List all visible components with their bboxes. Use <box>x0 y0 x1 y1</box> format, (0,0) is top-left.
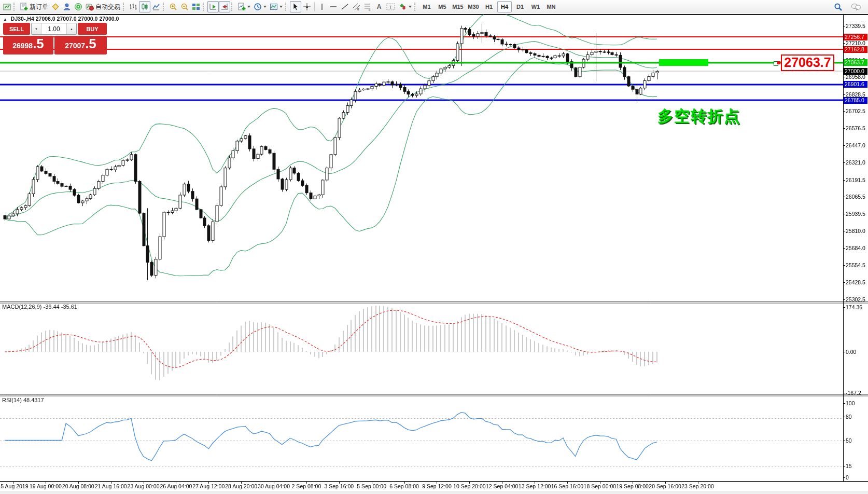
price-tick-label: 26447.0 <box>846 142 868 148</box>
buy-button[interactable]: BUY <box>78 23 107 35</box>
fibonacci-button[interactable]: F <box>362 1 373 12</box>
price-tick-label: 27339.5 <box>846 23 868 29</box>
buy-price-big: .5 <box>85 36 96 52</box>
price-tick-label: 25428.5 <box>846 279 868 285</box>
horizontal-line-button[interactable] <box>328 1 339 12</box>
price-tick-label: 26191.5 <box>846 177 868 183</box>
rsi-axis-label: 0 <box>846 474 868 481</box>
zoom-in-button[interactable] <box>167 1 179 12</box>
timeframe-m5[interactable]: M5 <box>435 1 450 12</box>
buy-price-main: 27007 <box>65 37 85 54</box>
price-callout-anchor <box>777 61 780 64</box>
supply-zone-rectangle[interactable] <box>659 59 708 66</box>
time-axis-label: 12 Sep 04:00 <box>486 483 518 489</box>
time-axis-label: 13 Sep 12:00 <box>519 483 551 489</box>
timeframe-h1[interactable]: H1 <box>482 1 496 12</box>
time-axis-label: 6 Sep 08:00 <box>389 483 419 489</box>
layouts-button[interactable] <box>50 1 61 12</box>
toolbar-grip[interactable] <box>203 3 206 11</box>
time-axis-label: 21 Aug 16:00 <box>95 483 127 489</box>
periods-button[interactable] <box>252 1 268 12</box>
time-axis-label: 19 Sep 08:00 <box>616 483 648 489</box>
price-badge: 27256.7 <box>844 34 867 40</box>
time-axis-label: 2 Sep 08:00 <box>292 483 321 489</box>
timeframe-m15[interactable]: M15 <box>451 1 465 12</box>
search-button[interactable] <box>832 1 844 12</box>
text-button[interactable]: A <box>373 1 385 12</box>
channel-letter: E <box>357 8 359 11</box>
collapse-trade-panel-icon[interactable]: ▲ <box>3 17 7 22</box>
volume-value[interactable]: 1.00 <box>41 23 66 34</box>
price-tick-label: 25810.0 <box>846 228 868 234</box>
turning-point-annotation[interactable]: 多空转折点 <box>657 106 740 127</box>
label-letter: T <box>389 5 393 10</box>
macd-axis-label: 174.36 <box>846 304 868 310</box>
timeframe-h4[interactable]: H4 <box>497 1 512 12</box>
ohlc-open: 27006.0 <box>36 16 55 22</box>
arrows-button[interactable] <box>397 1 413 12</box>
price-callout-box[interactable]: 27063.7 <box>781 54 834 71</box>
rsi-label: RSI(14) 48.4317 <box>2 397 44 403</box>
equidistant-channel-button[interactable]: E <box>351 1 362 12</box>
price-tick-label: 26958.0 <box>846 74 868 80</box>
macd-axis-label: -167.2 <box>846 390 868 396</box>
price-badge: 27162.8 <box>844 46 867 53</box>
toolbar-grip[interactable] <box>285 3 289 11</box>
buy-price-button[interactable]: 27007.5 <box>54 36 107 54</box>
auto-scroll-button[interactable] <box>207 1 219 12</box>
timeframe-m30[interactable]: M30 <box>466 1 481 12</box>
templates-button[interactable] <box>268 1 284 12</box>
line-chart-button[interactable] <box>150 1 162 12</box>
sell-button[interactable]: SELL <box>3 23 30 35</box>
time-axis-label: 26 Aug 04:00 <box>160 483 192 489</box>
toolbar-grip[interactable] <box>13 3 17 11</box>
chat-button[interactable] <box>849 1 863 12</box>
macd-label: MACD(12,26,9) -36.44 -35.61 <box>2 304 77 310</box>
timeframe-mn[interactable]: MN <box>544 1 558 12</box>
zoom-out-button[interactable] <box>179 1 190 12</box>
crosshair-button[interactable] <box>301 1 313 12</box>
tile-windows-button[interactable] <box>190 1 202 12</box>
candlestick-button[interactable] <box>139 1 150 12</box>
volume-up-button[interactable]: ▲ <box>66 23 76 34</box>
chart-window[interactable]: ▲ DJ30-,H4 27006.0 27007.0 27000.0 27000… <box>0 13 868 491</box>
chart-shift-button[interactable] <box>219 1 230 12</box>
sell-price-button[interactable]: 26998.5 <box>3 36 53 54</box>
auto-trading-button[interactable]: 自动交易 <box>84 1 122 12</box>
price-tick-label: 26576.5 <box>846 125 868 131</box>
timeframe-w1[interactable]: W1 <box>528 1 543 12</box>
indicators-button[interactable] <box>236 1 252 12</box>
time-axis-label: 20 Sep 16:00 <box>649 483 681 489</box>
timeframe-m1[interactable]: M1 <box>419 1 434 12</box>
spinner-up-icon: ▲ <box>70 28 73 31</box>
profile-button[interactable] <box>61 1 73 12</box>
time-axis-label: 19 Aug 00:00 <box>30 483 62 489</box>
price-chart-canvas[interactable] <box>0 13 868 491</box>
price-tick-label: 27210.0 <box>846 40 868 46</box>
price-tick-label: 25684.0 <box>846 245 868 251</box>
price-badge: 27000.0 <box>844 68 867 75</box>
symbol-period: DJ30-,H4 <box>11 16 34 22</box>
cursor-button[interactable] <box>290 1 301 12</box>
toolbar-grip[interactable] <box>414 3 418 11</box>
trendline-button[interactable] <box>339 1 351 12</box>
time-axis-label: 20 Aug 08:00 <box>62 483 94 489</box>
sell-price-big: .5 <box>33 36 44 52</box>
price-tick-label: 26321.0 <box>846 159 868 166</box>
time-axis-label: 27 Aug 12:00 <box>192 483 225 489</box>
toolbar-grip[interactable] <box>231 3 235 11</box>
new-order-button[interactable]: 新订单 <box>18 1 50 12</box>
sell-price-main: 26998 <box>12 37 33 54</box>
signal-button[interactable] <box>73 1 84 12</box>
vertical-line-button[interactable] <box>316 1 328 12</box>
toolbar-grip[interactable] <box>123 3 127 11</box>
text-label-button[interactable]: T <box>385 1 397 12</box>
time-axis-label: 28 Aug 20:00 <box>225 483 257 489</box>
bar-chart-button[interactable] <box>128 1 139 12</box>
chart-window-icon <box>1 1 12 12</box>
timeframe-d1[interactable]: D1 <box>513 1 527 12</box>
time-axis-label: 3 Sep 16:00 <box>324 483 354 489</box>
toolbar-grip[interactable] <box>163 3 166 11</box>
volume-down-button[interactable]: ▼ <box>32 23 41 34</box>
mt4-window: 新订单 自动交易 <box>0 0 868 494</box>
